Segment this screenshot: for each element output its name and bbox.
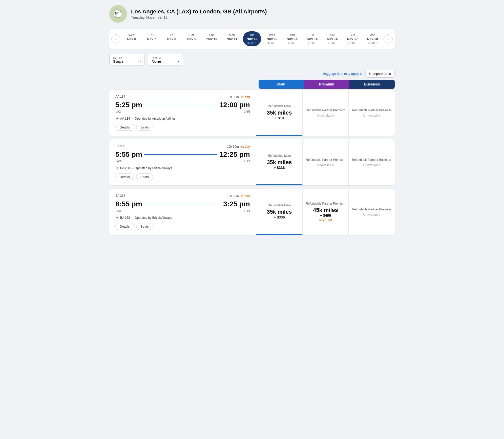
flight-info: BA 268 10h 30m +1 day 8:55 pm 3:25 pm LA… (109, 189, 256, 235)
fare-cell-main[interactable]: Refundable Main 35k miles + $19 (256, 90, 302, 136)
fare-cell-business[interactable]: Refundable Partner Business Unavailable (348, 90, 395, 136)
arrive-airport: LHR (244, 209, 250, 213)
flight-number: AA 134 (115, 95, 125, 98)
airline-icon: ✈ (115, 116, 119, 121)
arrive-airport: LHR (244, 160, 250, 163)
flight-line (144, 204, 221, 204)
controls: Sort by Stops ▾ Filter by None ▾ (109, 54, 395, 66)
date-item[interactable]: Wed Nov 13 27.5k + (263, 31, 281, 46)
carousel-prev-button[interactable]: ‹ (111, 34, 120, 43)
filter-chevron-icon: ▾ (178, 60, 179, 63)
flight-duration: 10h 30m +1 day (227, 194, 250, 198)
page-subtitle: Tuesday, November 12 (131, 15, 267, 19)
flight-number: BA 280 (115, 144, 125, 148)
fare-cells: Refundable Main 35k miles + $336 Refunda… (256, 189, 395, 235)
flight-info: AA 134 10h 35m +1 day 5:25 pm 12:00 pm L… (109, 90, 256, 136)
date-item[interactable]: Fri Nov 15 27.5k + (303, 31, 321, 46)
airline-icon: ✈ (115, 215, 119, 220)
sort-chevron-icon: ▾ (139, 60, 141, 63)
flight-duration: 10h 35m +1 day (227, 95, 250, 99)
fare-cell-main[interactable]: Refundable Main 35k miles + $336 (256, 189, 302, 235)
page-title: Los Angeles, CA (LAX) to London, GB (All… (131, 8, 267, 15)
col-header-business: Business (349, 80, 395, 89)
airports-row: LAX LHR (115, 110, 250, 114)
fare-cell-premium[interactable]: Refundable Partner Premium Unavailable (302, 90, 349, 136)
fare-cell-business[interactable]: Refundable Partner Business Unavailable (348, 189, 395, 235)
flight-info: BA 280 10h 30m +1 day 5:55 pm 12:25 pm L… (109, 139, 256, 185)
sort-value: Stops (113, 59, 124, 63)
flight-number: BA 268 (115, 194, 125, 197)
airline-row: ✈ BA 280 — Operated by British Airways (115, 166, 250, 170)
depart-airport: LAX (115, 160, 121, 163)
arrive-airport: LHR (244, 110, 250, 114)
sort-label: Sort by (113, 56, 141, 59)
fare-cells: Refundable Main 35k miles + $336 Refunda… (256, 139, 395, 185)
carousel-next-button[interactable]: › (384, 34, 393, 43)
date-item[interactable]: Sat Nov 16 27.5k + (323, 31, 341, 46)
depart-airport: LAX (115, 110, 121, 114)
flight-line (144, 154, 217, 155)
col-header-premium: Premium (304, 80, 349, 89)
page-header: 🐑 Los Angeles, CA (LAX) to London, GB (A… (109, 5, 395, 23)
flight-actions: Details Seats (115, 124, 250, 131)
date-item[interactable]: Sun Nov 10 -- (203, 31, 221, 46)
compare-fares-button[interactable]: Compare fares (365, 70, 395, 78)
date-items: Wed Nov 6 -- Thu Nov 7 -- Fri Nov 8 -- S… (121, 31, 383, 46)
column-headers: Main Premium Business (259, 80, 395, 89)
airline-row: ✈ BA 268 — Operated by British Airways (115, 215, 250, 220)
flight-line (144, 105, 217, 105)
flight-list: AA 134 10h 35m +1 day 5:25 pm 12:00 pm L… (109, 90, 395, 235)
airports-row: LAX LHR (115, 160, 250, 163)
date-item[interactable]: Sun Nov 17 27.5k + (343, 31, 362, 46)
date-item[interactable]: Thu Nov 14 27.5k + (283, 31, 301, 46)
airline-text: BA 268 — Operated by British Airways (120, 216, 172, 219)
airline-icon: ✈ (115, 166, 119, 170)
date-item[interactable]: Tue Nov 12 27.5k + (243, 31, 261, 46)
flight-duration: 10h 30m +1 day (227, 145, 250, 148)
filter-value: None (152, 59, 161, 63)
airline-row: ✈ AA 134 — Operated by American Airlines (115, 116, 250, 121)
fare-cell-premium[interactable]: Refundable Partner Premium Unavailable (302, 139, 349, 185)
depart-time: 8:55 pm (115, 200, 142, 208)
arrive-time: 12:00 pm (219, 101, 250, 109)
airports-row: LAX LHR (115, 209, 250, 213)
depart-time: 5:25 pm (115, 101, 142, 109)
fare-cell-premium[interactable]: Refundable Partner Premium 45k miles + $… (302, 189, 349, 235)
avatar: 🐑 (109, 5, 127, 23)
fare-cells: Refundable Main 35k miles + $19 Refundab… (256, 90, 395, 136)
right-actions: Baggage fees may apply ⧉ Compare fares (109, 70, 395, 78)
date-item[interactable]: Wed Nov 6 -- (122, 31, 141, 46)
date-item[interactable]: Mon Nov 18 27.5k + (363, 31, 382, 46)
flight-times: 8:55 pm 3:25 pm (115, 200, 250, 208)
arrive-time: 3:25 pm (223, 200, 250, 208)
depart-time: 5:55 pm (115, 150, 142, 159)
airline-text: AA 134 — Operated by American Airlines (120, 117, 176, 120)
flight-card: BA 268 10h 30m +1 day 8:55 pm 3:25 pm LA… (109, 189, 395, 235)
arrive-time: 12:25 pm (219, 150, 250, 159)
fare-cell-business[interactable]: Refundable Partner Business Unavailable (348, 139, 395, 185)
details-button[interactable]: Details (115, 124, 134, 131)
airline-text: BA 280 — Operated by British Airways (120, 166, 172, 170)
seats-button[interactable]: Seats (136, 173, 153, 180)
date-item[interactable]: Mon Nov 11 -- (223, 31, 241, 46)
date-carousel: ‹ Wed Nov 6 -- Thu Nov 7 -- Fri Nov 8 --… (109, 29, 395, 49)
col-header-main: Main (259, 80, 304, 89)
flight-actions: Details Seats (115, 173, 250, 180)
depart-airport: LAX (115, 209, 121, 213)
fare-cell-main[interactable]: Refundable Main 35k miles + $336 (256, 139, 302, 185)
flight-card: AA 134 10h 35m +1 day 5:25 pm 12:00 pm L… (109, 90, 395, 136)
date-item[interactable]: Fri Nov 8 -- (162, 31, 181, 46)
details-button[interactable]: Details (115, 173, 134, 180)
baggage-fees-link[interactable]: Baggage fees may apply ⧉ (323, 72, 362, 76)
external-link-icon: ⧉ (360, 72, 362, 76)
date-item[interactable]: Sat Nov 9 -- (183, 31, 201, 46)
filter-dropdown[interactable]: Filter by None ▾ (148, 54, 183, 66)
date-item[interactable]: Thu Nov 7 -- (142, 31, 161, 46)
seats-button[interactable]: Seats (136, 223, 153, 230)
sort-dropdown[interactable]: Sort by Stops ▾ (109, 54, 145, 66)
flight-actions: Details Seats (115, 223, 250, 230)
flight-times: 5:25 pm 12:00 pm (115, 101, 250, 109)
seats-button[interactable]: Seats (136, 124, 153, 131)
details-button[interactable]: Details (115, 223, 134, 230)
flight-times: 5:55 pm 12:25 pm (115, 150, 250, 159)
